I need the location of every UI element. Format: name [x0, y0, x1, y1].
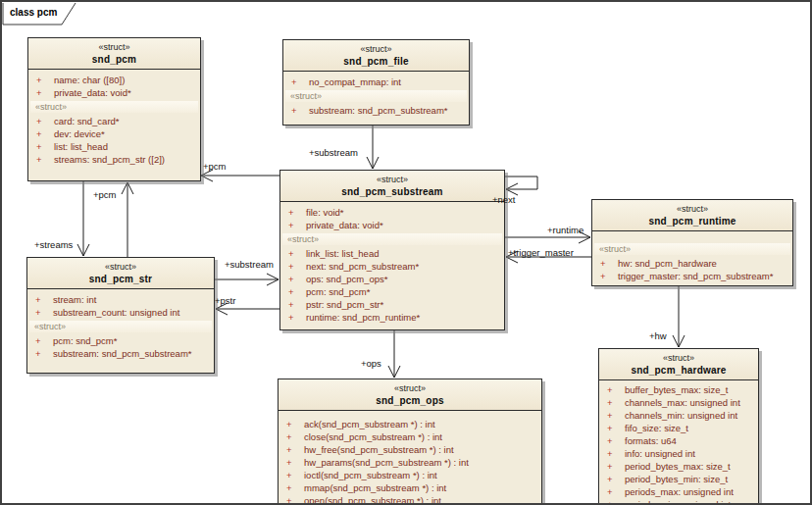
visibility-marker: +	[286, 494, 304, 505]
class-box-snd-pcm[interactable]: «struct» snd_pcm +name: char ([80]) +pri…	[27, 37, 201, 181]
attribute-row: +private_data: void*	[280, 219, 504, 231]
visibility-marker: +	[286, 481, 304, 494]
method-row: +mmap(snd_pcm_substream *) : int	[279, 481, 541, 494]
visibility-marker: +	[286, 418, 304, 430]
attribute-row: +ops: snd_pcm_ops*	[280, 273, 504, 285]
class-box-snd-pcm-ops[interactable]: «struct» snd_pcm_ops +ack(snd_pcm_substr…	[278, 379, 542, 505]
attribute-text: substream: snd_pcm_substream*	[309, 104, 448, 117]
attribute-text: runtime: snd_pcm_runtime*	[306, 311, 420, 324]
attribute-row: +hw: snd_pcm_hardware	[592, 257, 792, 270]
visibility-marker: +	[286, 443, 304, 456]
class-body: +stream: int +substream_count: unsigned …	[27, 289, 214, 360]
section-stereotype-bar: «struct»	[29, 321, 212, 332]
attribute-row: +file: void*	[280, 206, 504, 219]
visibility-marker: +	[288, 206, 306, 219]
class-body: +buffer_bytes_max: size_t +channels_max:…	[599, 380, 758, 505]
attribute-row: +card: snd_card*	[28, 115, 200, 127]
attribute-text: period_bytes_max: size_t	[625, 460, 731, 473]
frame-title: class pcm	[10, 7, 57, 18]
role-label-runtime: +runtime	[547, 225, 584, 235]
class-name: snd_pcm_ops	[280, 394, 539, 408]
attribute-text: list: list_head	[54, 140, 108, 153]
visibility-marker: +	[36, 153, 54, 166]
visibility-marker: +	[288, 273, 306, 285]
attribute-text: formats: u64	[625, 434, 677, 447]
attribute-text: file: void*	[306, 206, 344, 219]
section-stereotype-bar: «struct»	[282, 233, 502, 245]
attribute-row: +period_bytes_max: size_t	[599, 460, 758, 473]
visibility-marker: +	[607, 422, 625, 434]
stereotype-label: «struct»	[285, 43, 467, 55]
role-label-pcm2: +pcm	[93, 189, 117, 200]
method-text: open(snd_pcm_substream *) : int	[304, 494, 441, 505]
visibility-marker: +	[36, 115, 54, 127]
attribute-row: +substream: snd_pcm_substream*	[283, 104, 469, 117]
attribute-row: +list: list_head	[28, 140, 200, 153]
visibility-marker: +	[36, 74, 54, 86]
attribute-text: period_bytes_min: size_t	[625, 473, 728, 485]
attribute-row: +periods_max: unsigned int	[599, 485, 758, 498]
attribute-text: stream: int	[53, 293, 96, 306]
visibility-marker: +	[288, 298, 306, 311]
class-name: snd_pcm	[30, 53, 198, 67]
visibility-marker: +	[286, 469, 304, 481]
attribute-row: +no_compat_mmap: int	[283, 76, 469, 88]
attribute-text: private_data: void*	[54, 86, 131, 99]
attribute-row: +pcm: snd_pcm*	[280, 285, 504, 298]
attribute-row: +name: char ([80])	[28, 74, 200, 86]
class-box-snd-pcm-substream[interactable]: «struct» snd_pcm_substream +file: void* …	[279, 170, 505, 330]
attribute-text: periods_max: unsigned int	[625, 485, 734, 498]
attribute-text: next: snd_pcm_substream*	[306, 260, 419, 273]
class-header: «struct» snd_pcm_runtime	[592, 200, 792, 231]
class-name: snd_pcm_file	[285, 55, 467, 69]
visibility-marker: +	[35, 334, 53, 347]
stereotype-label: «struct»	[280, 382, 539, 394]
visibility-marker: +	[600, 257, 618, 270]
class-box-snd-pcm-runtime[interactable]: «struct» snd_pcm_runtime «struct» +hw: s…	[591, 199, 793, 286]
class-box-snd-pcm-hardware[interactable]: «struct» snd_pcm_hardware +buffer_bytes_…	[598, 348, 759, 505]
visibility-marker: +	[607, 485, 625, 498]
class-body: +file: void* +private_data: void* «struc…	[280, 202, 504, 324]
visibility-marker: +	[35, 306, 53, 319]
attribute-row: +stream: int	[27, 293, 214, 306]
section-stereotype-bar: «struct»	[30, 101, 198, 113]
method-row: +close(snd_pcm_substream *) : int	[279, 430, 541, 443]
section-stereotype-bar: «struct»	[594, 243, 790, 255]
attribute-row: +formats: u64	[599, 434, 758, 447]
method-text: mmap(snd_pcm_substream *) : int	[304, 481, 446, 494]
class-header: «struct» snd_pcm_ops	[279, 379, 541, 411]
role-label-substream: +substream	[309, 147, 358, 158]
visibility-marker: +	[607, 409, 625, 422]
role-label-pstr: +pstr	[215, 295, 235, 306]
class-name: snd_pcm_hardware	[601, 364, 756, 378]
visibility-marker: +	[600, 270, 618, 282]
attribute-row: +next: snd_pcm_substream*	[280, 260, 504, 273]
attribute-text: periods_min: unsigned int	[625, 498, 731, 505]
stereotype-label: «struct»	[594, 203, 790, 215]
attribute-text: ops: snd_pcm_ops*	[306, 273, 387, 285]
class-name: snd_pcm_str	[29, 273, 212, 286]
attribute-text: pstr: snd_pcm_str*	[306, 298, 383, 311]
class-body: «struct» +hw: snd_pcm_hardware +trigger_…	[592, 231, 792, 282]
class-box-snd-pcm-file[interactable]: «struct» snd_pcm_file +no_compat_mmap: i…	[282, 39, 470, 126]
role-label-hw: +hw	[649, 330, 667, 341]
visibility-marker: +	[288, 260, 306, 273]
role-label-streams: +streams	[34, 239, 73, 250]
visibility-marker: +	[36, 127, 54, 140]
method-row: +ack(snd_pcm_substream *) : int	[279, 418, 541, 430]
class-box-snd-pcm-str[interactable]: «struct» snd_pcm_str +stream: int +subst…	[26, 257, 215, 374]
method-row: +hw_free(snd_pcm_substream *) : int	[279, 443, 541, 456]
attribute-text: info: unsigned int	[625, 447, 695, 460]
attribute-row: +link_list: list_head	[280, 247, 504, 260]
attribute-row: +runtime: snd_pcm_runtime*	[280, 311, 504, 324]
method-row: +hw_params(snd_pcm_substream *) : int	[279, 456, 541, 469]
class-name: snd_pcm_runtime	[594, 215, 790, 228]
stereotype-label: «struct»	[30, 41, 198, 53]
visibility-marker: +	[607, 396, 625, 409]
method-text: ack(snd_pcm_substream *) : int	[304, 418, 435, 430]
attribute-row: +fifo_size: size_t	[599, 422, 758, 434]
attribute-row: +private_data: void*	[28, 86, 200, 99]
class-header: «struct» snd_pcm	[28, 38, 200, 70]
class-header: «struct» snd_pcm_hardware	[599, 349, 758, 380]
attribute-row: +trigger_master: snd_pcm_substream*	[592, 270, 792, 282]
